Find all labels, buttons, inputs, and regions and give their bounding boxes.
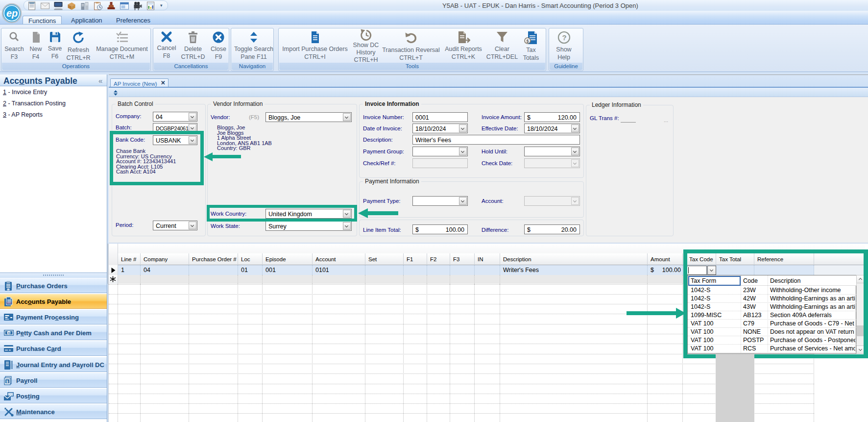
svg-text:0: 0 <box>8 331 10 335</box>
svg-text:ep: ep <box>6 8 18 19</box>
svg-text:?: ? <box>562 33 566 42</box>
svg-text:$: $ <box>6 380 8 384</box>
svg-text:$: $ <box>526 39 529 44</box>
